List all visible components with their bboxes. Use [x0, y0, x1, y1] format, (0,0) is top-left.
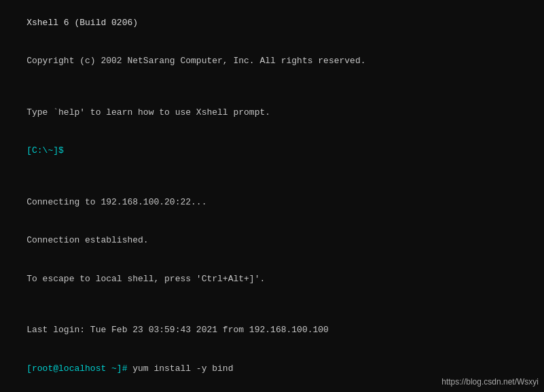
blank-2: [5, 171, 539, 183]
watermark-text: https://blog.csdn.net/Wsxyi: [441, 377, 539, 387]
connecting-line: Connecting to 192.168.100.20:22...: [5, 183, 539, 222]
terminal-title-line: Xshell 6 (Build 0206): [5, 4, 539, 43]
last-login-text: Last login: Tue Feb 23 03:59:43 2021 fro…: [26, 325, 329, 335]
plugin-loaded-line: 已加载插件：fastestmirror, langpacks: [5, 388, 539, 392]
connecting-text: Connecting to 192.168.100.20:22...: [26, 197, 206, 207]
connection-established-line: Connection established.: [5, 221, 539, 260]
escape-hint-text: To escape to local shell, press 'Ctrl+Al…: [26, 274, 265, 284]
local-prompt-line: [C:\~]$: [5, 132, 539, 171]
copyright-line: Copyright (c) 2002 NetSarang Computer, I…: [5, 43, 539, 82]
title-text: Xshell 6 (Build 0206): [26, 18, 138, 28]
copyright-text: Copyright (c) 2002 NetSarang Computer, I…: [26, 56, 365, 66]
last-login-line: Last login: Tue Feb 23 03:59:43 2021 fro…: [5, 311, 539, 350]
connection-established-text: Connection established.: [26, 235, 148, 245]
watermark: https://blog.csdn.net/Wsxyi: [441, 377, 539, 387]
escape-hint-line: To escape to local shell, press 'Ctrl+Al…: [5, 260, 539, 299]
blank-3: [5, 298, 539, 311]
terminal-window: Xshell 6 (Build 0206) Copyright (c) 2002…: [0, 0, 544, 392]
yum-prompt: [root@localhost ~]#: [26, 363, 132, 374]
help-hint-line: Type `help' to learn how to use Xshell p…: [5, 94, 539, 132]
yum-command-text: yum install -y bind: [132, 363, 233, 374]
blank-1: [5, 81, 539, 94]
local-prompt: [C:\~]$: [26, 145, 64, 156]
help-hint-text: Type `help' to learn how to use Xshell p…: [26, 107, 270, 118]
